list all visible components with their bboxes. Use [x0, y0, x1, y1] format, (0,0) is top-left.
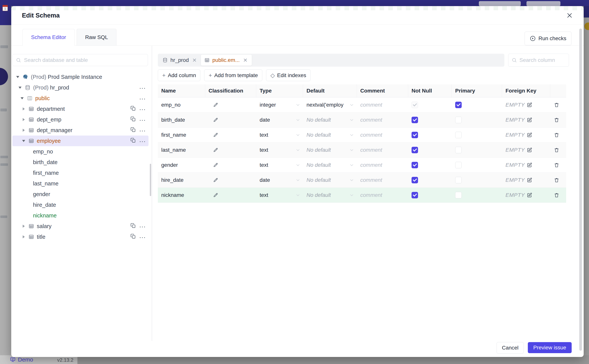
more-actions-icon[interactable]: ...: [139, 117, 146, 123]
type-select[interactable]: text: [256, 143, 303, 157]
caret-right-icon[interactable]: [21, 117, 26, 122]
primary-checkbox[interactable]: [455, 132, 462, 138]
caret-right-icon[interactable]: [21, 224, 26, 229]
default-select[interactable]: nextval('employ: [303, 98, 357, 112]
tab-schema-editor[interactable]: Schema Editor: [22, 29, 75, 46]
more-actions-icon[interactable]: ...: [139, 106, 146, 112]
classification-edit-icon[interactable]: [213, 132, 218, 138]
demo-link[interactable]: Demo: [10, 356, 33, 363]
not-null-checkbox[interactable]: [412, 162, 418, 168]
primary-checkbox[interactable]: [455, 162, 462, 168]
tree-item-department[interactable]: department...: [12, 104, 148, 114]
default-select[interactable]: No default: [303, 128, 357, 143]
comment-input[interactable]: comment: [357, 188, 408, 202]
edit-foreign-key-icon[interactable]: [527, 177, 532, 183]
classification-edit-icon[interactable]: [213, 177, 218, 183]
comment-input[interactable]: comment: [357, 143, 408, 157]
delete-column-icon[interactable]: [554, 117, 559, 123]
not-null-checkbox[interactable]: [412, 117, 418, 123]
default-select[interactable]: No default: [303, 158, 357, 172]
more-actions-icon[interactable]: ...: [139, 138, 146, 144]
more-actions-icon[interactable]: ...: [139, 223, 146, 229]
edit-foreign-key-icon[interactable]: [527, 117, 532, 123]
classification-edit-icon[interactable]: [213, 162, 218, 168]
classification-edit-icon[interactable]: [213, 147, 218, 153]
not-null-checkbox[interactable]: [412, 132, 418, 138]
type-select[interactable]: date: [256, 173, 303, 188]
column-name-cell[interactable]: birth_date: [158, 112, 205, 127]
not-null-checkbox[interactable]: [412, 177, 418, 183]
preview-issue-button[interactable]: Preview issue: [528, 342, 572, 353]
cancel-button[interactable]: Cancel: [496, 342, 524, 354]
add-from-template-button[interactable]: + Add from template: [204, 70, 262, 81]
primary-checkbox[interactable]: [455, 192, 462, 198]
caret-down-icon[interactable]: [21, 138, 26, 143]
edit-indexes-button[interactable]: ◇ Edit indexes: [266, 70, 311, 81]
classification-edit-icon[interactable]: [213, 192, 218, 198]
run-checks-button[interactable]: Run checks: [525, 32, 571, 45]
close-icon[interactable]: [565, 11, 574, 20]
type-select[interactable]: text: [256, 128, 303, 143]
edit-foreign-key-icon[interactable]: [527, 147, 532, 153]
copy-icon[interactable]: [130, 223, 136, 230]
modal-scrollbar[interactable]: [579, 29, 582, 351]
type-select[interactable]: text: [256, 158, 303, 172]
not-null-checkbox[interactable]: [412, 147, 418, 153]
tree-item-Prod Sample Instance[interactable]: (Prod)Prod Sample Instance: [12, 72, 148, 82]
caret-right-icon[interactable]: [21, 234, 26, 239]
tree-item-hr_prod[interactable]: (Prod)hr_prod...: [12, 82, 148, 93]
tree-item-title[interactable]: title...: [12, 232, 148, 242]
primary-checkbox[interactable]: [455, 117, 462, 123]
column-name-cell[interactable]: gender: [158, 158, 205, 172]
database-search-input[interactable]: [24, 57, 148, 63]
comment-input[interactable]: comment: [357, 173, 408, 188]
column-name-cell[interactable]: nickname: [158, 188, 205, 202]
editor-tab-public-employee[interactable]: public.em... ✕: [201, 55, 252, 66]
not-null-checkbox[interactable]: [412, 192, 418, 198]
delete-column-icon[interactable]: [554, 147, 559, 153]
delete-column-icon[interactable]: [554, 192, 559, 198]
more-actions-icon[interactable]: ...: [139, 84, 146, 91]
tree-item-birth_date[interactable]: birth_date: [12, 157, 148, 168]
copy-icon[interactable]: [130, 105, 136, 112]
caret-down-icon[interactable]: [18, 85, 22, 90]
tab-raw-sql[interactable]: Raw SQL: [77, 29, 117, 46]
column-search-input[interactable]: [519, 57, 562, 63]
copy-icon[interactable]: [130, 234, 136, 240]
tree-item-gender[interactable]: gender: [12, 189, 148, 200]
tree-item-salary[interactable]: salary...: [12, 221, 148, 232]
edit-foreign-key-icon[interactable]: [527, 162, 532, 168]
sidebar-scrollbar[interactable]: [150, 164, 151, 196]
not-null-checkbox[interactable]: [412, 102, 418, 108]
comment-input[interactable]: comment: [357, 158, 408, 172]
tree-item-last_name[interactable]: last_name: [12, 178, 148, 189]
delete-column-icon[interactable]: [554, 162, 559, 168]
column-name-cell[interactable]: hire_date: [158, 173, 205, 188]
tree-item-first_name[interactable]: first_name: [12, 168, 148, 178]
copy-icon[interactable]: [130, 116, 136, 123]
delete-column-icon[interactable]: [554, 102, 559, 108]
comment-input[interactable]: comment: [357, 112, 408, 127]
tree-item-hire_date[interactable]: hire_date: [12, 200, 148, 210]
panel-resizer[interactable]: [152, 46, 152, 341]
default-select[interactable]: No default: [303, 143, 357, 157]
close-tab-icon[interactable]: ✕: [192, 57, 197, 63]
classification-edit-icon[interactable]: [213, 117, 218, 123]
delete-column-icon[interactable]: [554, 132, 559, 138]
classification-edit-icon[interactable]: [213, 102, 218, 108]
caret-right-icon[interactable]: [21, 106, 26, 111]
more-actions-icon[interactable]: ...: [139, 127, 146, 133]
edit-foreign-key-icon[interactable]: [527, 192, 532, 198]
copy-icon[interactable]: [130, 127, 136, 134]
edit-foreign-key-icon[interactable]: [527, 132, 532, 138]
default-select[interactable]: No default: [303, 112, 357, 127]
comment-input[interactable]: comment: [357, 128, 408, 143]
more-actions-icon[interactable]: ...: [139, 95, 146, 101]
delete-column-icon[interactable]: [554, 177, 559, 183]
tree-item-emp_no[interactable]: emp_no: [12, 146, 148, 157]
primary-checkbox[interactable]: [455, 147, 462, 153]
primary-checkbox[interactable]: [455, 177, 462, 183]
caret-right-icon[interactable]: [21, 128, 26, 133]
type-select[interactable]: integer: [256, 98, 303, 112]
close-tab-icon[interactable]: ✕: [242, 57, 248, 63]
